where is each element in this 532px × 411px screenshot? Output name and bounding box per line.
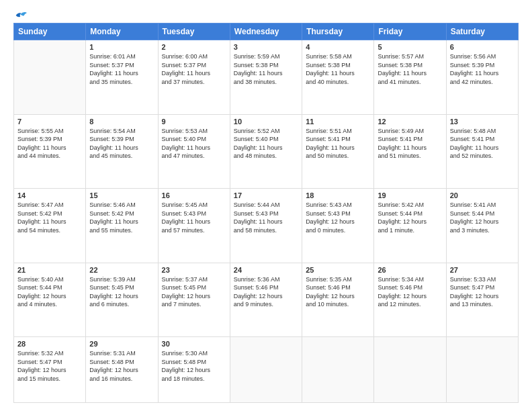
day-number: 30	[162, 340, 226, 348]
calendar-cell: 19Sunrise: 5:42 AM Sunset: 5:44 PM Dayli…	[374, 189, 446, 263]
calendar-cell: 21Sunrise: 5:40 AM Sunset: 5:44 PM Dayli…	[14, 263, 86, 337]
day-header-monday: Monday	[86, 24, 158, 40]
day-number: 23	[162, 266, 226, 274]
day-number: 27	[450, 266, 515, 274]
day-info: Sunrise: 6:01 AM Sunset: 5:37 PM Dayligh…	[89, 52, 154, 86]
day-info: Sunrise: 5:32 AM Sunset: 5:47 PM Dayligh…	[17, 349, 82, 383]
calendar-cell: 15Sunrise: 5:46 AM Sunset: 5:42 PM Dayli…	[86, 189, 158, 263]
calendar-cell: 13Sunrise: 5:48 AM Sunset: 5:41 PM Dayli…	[446, 114, 518, 189]
calendar-week-2: 7Sunrise: 5:55 AM Sunset: 5:39 PM Daylig…	[14, 114, 519, 189]
day-number: 21	[17, 266, 82, 274]
day-number: 14	[17, 191, 82, 199]
day-info: Sunrise: 6:00 AM Sunset: 5:37 PM Dayligh…	[162, 52, 226, 86]
calendar-cell: 23Sunrise: 5:37 AM Sunset: 5:45 PM Dayli…	[158, 263, 230, 337]
day-number: 29	[89, 340, 154, 348]
day-header-thursday: Thursday	[302, 24, 374, 40]
day-header-saturday: Saturday	[446, 24, 518, 40]
calendar-cell: 2Sunrise: 6:00 AM Sunset: 5:37 PM Daylig…	[158, 40, 230, 115]
day-number: 11	[306, 118, 370, 126]
day-info: Sunrise: 5:46 AM Sunset: 5:42 PM Dayligh…	[89, 201, 154, 234]
day-info: Sunrise: 5:36 AM Sunset: 5:46 PM Dayligh…	[234, 275, 298, 309]
day-info: Sunrise: 5:57 AM Sunset: 5:38 PM Dayligh…	[378, 52, 442, 86]
calendar-cell: 30Sunrise: 5:30 AM Sunset: 5:48 PM Dayli…	[158, 337, 230, 403]
day-info: Sunrise: 5:37 AM Sunset: 5:45 PM Dayligh…	[162, 275, 226, 309]
calendar-cell: 9Sunrise: 5:53 AM Sunset: 5:40 PM Daylig…	[158, 114, 230, 189]
day-header-wednesday: Wednesday	[230, 24, 302, 40]
day-info: Sunrise: 5:42 AM Sunset: 5:44 PM Dayligh…	[378, 201, 442, 234]
day-info: Sunrise: 5:55 AM Sunset: 5:39 PM Dayligh…	[17, 127, 82, 161]
day-info: Sunrise: 5:51 AM Sunset: 5:41 PM Dayligh…	[306, 127, 370, 161]
calendar-cell: 22Sunrise: 5:39 AM Sunset: 5:45 PM Dayli…	[86, 263, 158, 337]
calendar-cell: 3Sunrise: 5:59 AM Sunset: 5:38 PM Daylig…	[230, 40, 302, 115]
day-number: 3	[234, 43, 298, 51]
calendar-week-5: 28Sunrise: 5:32 AM Sunset: 5:47 PM Dayli…	[14, 337, 519, 403]
calendar-cell: 4Sunrise: 5:58 AM Sunset: 5:38 PM Daylig…	[302, 40, 374, 115]
day-number: 7	[17, 118, 82, 126]
day-header-sunday: Sunday	[14, 24, 86, 40]
day-info: Sunrise: 5:58 AM Sunset: 5:38 PM Dayligh…	[306, 52, 370, 86]
calendar-cell: 10Sunrise: 5:52 AM Sunset: 5:40 PM Dayli…	[230, 114, 302, 189]
day-number: 26	[378, 266, 442, 274]
calendar-cell: 16Sunrise: 5:45 AM Sunset: 5:43 PM Dayli…	[158, 189, 230, 263]
day-number: 6	[450, 43, 515, 51]
calendar-cell: 7Sunrise: 5:55 AM Sunset: 5:39 PM Daylig…	[14, 114, 86, 189]
day-info: Sunrise: 5:52 AM Sunset: 5:40 PM Dayligh…	[234, 127, 298, 161]
logo-bird-icon	[15, 11, 27, 20]
day-info: Sunrise: 5:34 AM Sunset: 5:46 PM Dayligh…	[378, 275, 442, 309]
day-number: 4	[306, 43, 370, 51]
calendar-cell: 20Sunrise: 5:41 AM Sunset: 5:44 PM Dayli…	[446, 189, 518, 263]
day-number: 10	[234, 118, 298, 126]
day-number: 15	[89, 191, 154, 199]
day-info: Sunrise: 5:54 AM Sunset: 5:39 PM Dayligh…	[89, 127, 154, 161]
calendar-header-row: SundayMondayTuesdayWednesdayThursdayFrid…	[14, 24, 519, 40]
calendar-week-1: 1Sunrise: 6:01 AM Sunset: 5:37 PM Daylig…	[14, 40, 519, 115]
day-info: Sunrise: 5:33 AM Sunset: 5:47 PM Dayligh…	[450, 275, 515, 309]
calendar-cell: 11Sunrise: 5:51 AM Sunset: 5:41 PM Dayli…	[302, 114, 374, 189]
calendar-cell: 8Sunrise: 5:54 AM Sunset: 5:39 PM Daylig…	[86, 114, 158, 189]
day-number: 12	[378, 118, 442, 126]
calendar-cell: 5Sunrise: 5:57 AM Sunset: 5:38 PM Daylig…	[374, 40, 446, 115]
calendar-cell: 27Sunrise: 5:33 AM Sunset: 5:47 PM Dayli…	[446, 263, 518, 337]
day-number: 19	[378, 191, 442, 199]
day-info: Sunrise: 5:49 AM Sunset: 5:41 PM Dayligh…	[378, 127, 442, 161]
day-info: Sunrise: 5:43 AM Sunset: 5:43 PM Dayligh…	[306, 201, 370, 234]
calendar-cell: 6Sunrise: 5:56 AM Sunset: 5:39 PM Daylig…	[446, 40, 518, 115]
day-number: 22	[89, 266, 154, 274]
calendar-week-3: 14Sunrise: 5:47 AM Sunset: 5:42 PM Dayli…	[14, 189, 519, 263]
day-number: 13	[450, 118, 515, 126]
day-info: Sunrise: 5:31 AM Sunset: 5:48 PM Dayligh…	[89, 349, 154, 383]
day-number: 20	[450, 191, 515, 199]
day-number: 16	[162, 191, 226, 199]
day-number: 24	[234, 266, 298, 274]
calendar-cell: 24Sunrise: 5:36 AM Sunset: 5:46 PM Dayli…	[230, 263, 302, 337]
day-info: Sunrise: 5:45 AM Sunset: 5:43 PM Dayligh…	[162, 201, 226, 234]
day-header-tuesday: Tuesday	[158, 24, 230, 40]
day-number: 1	[89, 43, 154, 51]
header	[13, 11, 519, 17]
calendar: SundayMondayTuesdayWednesdayThursdayFrid…	[13, 23, 519, 403]
day-number: 5	[378, 43, 442, 51]
calendar-cell: 12Sunrise: 5:49 AM Sunset: 5:41 PM Dayli…	[374, 114, 446, 189]
calendar-cell: 25Sunrise: 5:35 AM Sunset: 5:46 PM Dayli…	[302, 263, 374, 337]
day-info: Sunrise: 5:47 AM Sunset: 5:42 PM Dayligh…	[17, 201, 82, 234]
day-number: 17	[234, 191, 298, 199]
calendar-cell	[302, 337, 374, 403]
calendar-cell	[230, 337, 302, 403]
day-number: 8	[89, 118, 154, 126]
day-info: Sunrise: 5:59 AM Sunset: 5:38 PM Dayligh…	[234, 52, 298, 86]
calendar-cell: 17Sunrise: 5:44 AM Sunset: 5:43 PM Dayli…	[230, 189, 302, 263]
calendar-cell: 18Sunrise: 5:43 AM Sunset: 5:43 PM Dayli…	[302, 189, 374, 263]
day-info: Sunrise: 5:53 AM Sunset: 5:40 PM Dayligh…	[162, 127, 226, 161]
day-header-friday: Friday	[374, 24, 446, 40]
page: SundayMondayTuesdayWednesdayThursdayFrid…	[0, 0, 532, 411]
day-number: 28	[17, 340, 82, 348]
calendar-cell	[14, 40, 86, 115]
day-number: 25	[306, 266, 370, 274]
day-number: 2	[162, 43, 226, 51]
day-info: Sunrise: 5:56 AM Sunset: 5:39 PM Dayligh…	[450, 52, 515, 86]
calendar-cell	[374, 337, 446, 403]
calendar-cell: 28Sunrise: 5:32 AM Sunset: 5:47 PM Dayli…	[14, 337, 86, 403]
day-info: Sunrise: 5:40 AM Sunset: 5:44 PM Dayligh…	[17, 275, 82, 309]
calendar-cell: 14Sunrise: 5:47 AM Sunset: 5:42 PM Dayli…	[14, 189, 86, 263]
day-number: 9	[162, 118, 226, 126]
